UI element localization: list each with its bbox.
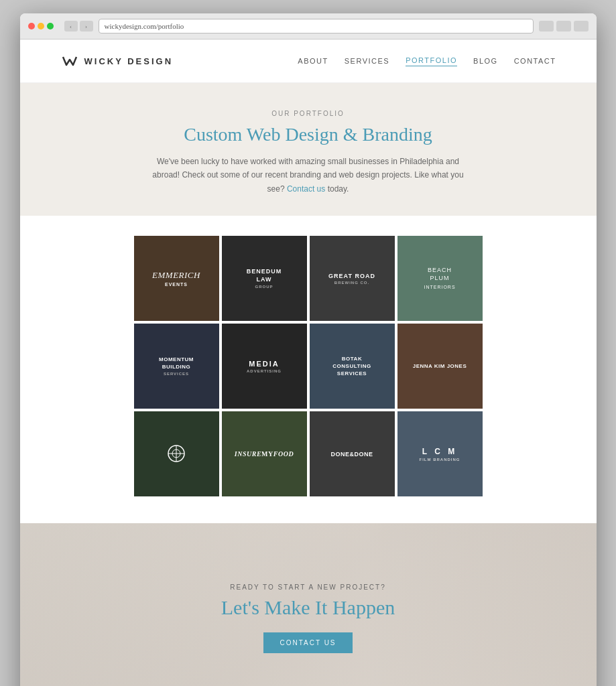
portfolio-item-beachplum[interactable]: beachpluminteriors [397,236,483,321]
portfolio-item-jenna-inner: JENNA KIM JONES [397,324,483,409]
portfolio-item-momentum[interactable]: MOMENTUMBUILDING SERVICES [134,324,219,409]
portfolio-item-insuremyfood-inner: insuremyfood [222,411,307,496]
nav-about[interactable]: ABOUT [298,57,328,65]
portfolio-item-media-inner: MEDIA ADVERTISING [222,324,307,409]
menu-button[interactable] [574,21,589,31]
portfolio-item-squash[interactable] [134,411,219,496]
browser-actions [539,21,589,31]
close-dot[interactable] [28,23,35,29]
portfolio-item-greatroad[interactable]: GREAT ROAD BREWING CO. [310,236,395,321]
window-controls [28,23,54,29]
site-content: WICKY DESIGN ABOUT SERVICES PORTFOLIO BL… [20,40,597,686]
minimize-dot[interactable] [38,23,44,29]
logo-text: WICKY DESIGN [84,56,174,66]
cta-content: READY TO START A NEW PROJECT? Let's Make… [60,563,556,653]
portfolio-item-botak[interactable]: BOTAKCONSULTINGSERVICES [310,324,395,409]
portfolio-section: Emmerich EVENTS BENEDUMLAW GROUP [20,216,597,523]
hero-section: OUR PORTFOLIO Custom Web Design & Brandi… [20,83,597,216]
portfolio-item-donedone[interactable]: DONE&DONE [310,411,395,496]
logo-area[interactable]: WICKY DESIGN [60,52,174,70]
nav-portfolio[interactable]: PORTFOLIO [406,56,457,66]
portfolio-item-lcm[interactable]: L C M FILM BRANDING [397,411,483,496]
cta-label: READY TO START A NEW PROJECT? [60,584,556,591]
address-bar[interactable]: wickydesign.com/portfolio [99,19,534,33]
site-header: WICKY DESIGN ABOUT SERVICES PORTFOLIO BL… [20,40,597,83]
contact-link[interactable]: Contact us [287,184,325,194]
portfolio-item-insuremyfood[interactable]: insuremyfood [222,411,307,496]
portfolio-item-squash-inner [134,411,219,496]
cta-contact-button[interactable]: CONTACT US [263,632,352,653]
back-button[interactable]: ‹ [64,21,78,31]
browser-nav-buttons: ‹ › [64,21,93,31]
add-tab-button[interactable] [556,21,571,31]
portfolio-item-emmerich-inner: Emmerich EVENTS [134,236,219,321]
cta-title: Let's Make It Happen [60,596,556,619]
portfolio-item-greatroad-inner: GREAT ROAD BREWING CO. [310,236,395,321]
portfolio-item-emmerich[interactable]: Emmerich EVENTS [134,236,219,321]
maximize-dot[interactable] [47,23,54,29]
portfolio-item-benedum[interactable]: BENEDUMLAW GROUP [222,236,307,321]
forward-button[interactable]: › [80,21,93,31]
hero-title: Custom Web Design & Branding [60,124,556,145]
main-nav: ABOUT SERVICES PORTFOLIO BLOG CONTACT [298,56,556,66]
portfolio-item-botak-inner: BOTAKCONSULTINGSERVICES [310,324,395,409]
nav-contact[interactable]: CONTACT [514,57,556,65]
browser-window: ‹ › wickydesign.com/portfolio WICKY DESI… [20,13,597,686]
portfolio-item-momentum-inner: MOMENTUMBUILDING SERVICES [134,324,219,409]
cta-section: READY TO START A NEW PROJECT? Let's Make… [20,523,597,686]
portfolio-item-benedum-inner: BENEDUMLAW GROUP [222,236,307,321]
logo-icon [60,52,79,70]
hero-description: We've been lucky to have worked with ama… [147,155,469,196]
portfolio-item-lcm-inner: L C M FILM BRANDING [397,411,483,496]
portfolio-item-beachplum-inner: beachpluminteriors [397,236,483,321]
nav-services[interactable]: SERVICES [345,57,389,65]
portfolio-item-jenna[interactable]: JENNA KIM JONES [397,324,483,409]
portfolio-item-media[interactable]: MEDIA ADVERTISING [222,324,307,409]
share-button[interactable] [539,21,554,31]
portfolio-item-donedone-inner: DONE&DONE [310,411,395,496]
hero-label: OUR PORTFOLIO [60,110,556,117]
portfolio-grid: Emmerich EVENTS BENEDUMLAW GROUP [134,236,483,496]
browser-chrome: ‹ › wickydesign.com/portfolio [20,13,597,40]
nav-blog[interactable]: BLOG [473,57,498,65]
